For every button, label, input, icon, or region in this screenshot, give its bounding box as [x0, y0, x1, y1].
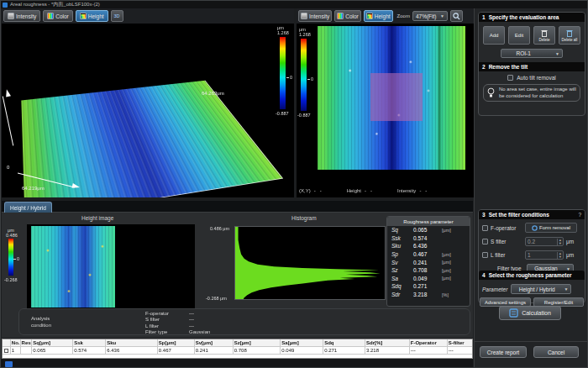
intensity-label: Intensity	[397, 188, 416, 193]
roughness-row: Sz0.708[μm]	[387, 266, 470, 275]
colorbar-small	[8, 239, 13, 276]
intensity-value: - -	[419, 188, 427, 193]
analysis-body: Height image Histogram μm 0.486 0 -0.268…	[2, 213, 473, 338]
roughness-row: Sku6.436	[387, 242, 470, 250]
spinner-arrows-icon[interactable]: ▴▾	[557, 239, 561, 245]
calculation-icon	[509, 308, 518, 318]
height-button[interactable]: Height	[76, 10, 108, 22]
s-filter-input[interactable]: 0.2 ▴▾	[525, 237, 564, 246]
l-filter-row: L filter 1 ▴▾ μm	[479, 246, 585, 260]
chevron-down-icon: ▼	[564, 287, 568, 292]
tab-height-hybrid[interactable]: Height / Hybrid	[4, 202, 52, 213]
color-icon	[337, 13, 344, 19]
height-image-canvas[interactable]	[27, 224, 195, 309]
axis-up-arrow-icon	[4, 88, 11, 97]
auto-tilt-checkbox[interactable]	[507, 75, 513, 81]
axis-left-line	[3, 97, 13, 146]
l-filter-input[interactable]: 1 ▴▾	[525, 250, 564, 260]
status-indicator	[5, 361, 13, 367]
analysis-condition-rows: F-operator--- S filter--- L filter--- Fi…	[145, 311, 210, 336]
colorbar-2d	[301, 39, 307, 111]
intensity-icon	[301, 13, 307, 19]
zoom-select[interactable]: 47%(Fit) ▼	[412, 11, 448, 21]
trash-icon	[541, 29, 548, 37]
height-button-2d[interactable]: Height	[364, 10, 393, 22]
s-filter-row: S filter 0.2 ▴▾ μm	[479, 233, 585, 246]
colorbar-small-min: -0.268	[4, 277, 18, 282]
parameter-row: Parameter Height / Hybrid ▼	[479, 280, 585, 294]
chevron-down-icon: ▼	[440, 13, 444, 18]
delete-all-button[interactable]: Delete all	[559, 26, 580, 45]
intensity-button[interactable]: Intensity	[3, 10, 40, 22]
roughness-parameter-panel: Roughness parameter Sq0.065[μm] Ssk0.574…	[386, 216, 470, 307]
axis-origin-label: 0	[7, 165, 9, 170]
intensity-button-2d[interactable]: Intensity	[298, 10, 332, 22]
histogram-min-label: -0.268 μm	[206, 296, 227, 301]
axis-depth-label: 64.263μm	[202, 91, 224, 96]
histogram-max-label: 0.486 μm	[210, 226, 229, 231]
parameter-select[interactable]: Height / Hybrid ▼	[511, 284, 571, 294]
histogram-canvas	[234, 226, 386, 300]
view-3d-panel: Intensity Color Height 3D 64.263μm 0 64	[2, 8, 294, 197]
s-filter-checkbox[interactable]	[482, 239, 488, 244]
table-row[interactable]: 1 0.065 0.574 6.436 0.467 0.241 0.708 0.…	[3, 347, 472, 355]
height-value: - -	[365, 188, 372, 193]
surface-3d-canvas[interactable]: 64.263μm 0 64.219μm μm 1.268 0 -0.887	[2, 24, 294, 197]
height-icon	[366, 13, 373, 19]
view-2d-toolbar: Intensity Color Height Zoom 47%(Fit) ▼	[297, 8, 474, 24]
color-button-2d[interactable]: Color	[334, 10, 361, 22]
add-button[interactable]: Add	[483, 26, 505, 45]
calculation-button[interactable]: Calculation	[499, 306, 561, 320]
results-header-row: No. Result Sq[μm] Ssk Sku Sp[μm] Sv[μm] …	[3, 339, 472, 347]
map-2d-canvas[interactable]: μm 1.268 0 -0.887	[297, 24, 474, 185]
intensity-icon	[8, 13, 14, 19]
magnifier-icon	[453, 13, 460, 20]
help-icon[interactable]: ?	[578, 212, 581, 218]
histogram-title: Histogram	[291, 215, 317, 221]
analysis-condition-block: Analysis condition F-operator--- S filte…	[18, 308, 470, 335]
analysis-tab-strip: Height / Hybrid	[2, 201, 473, 213]
colorbar-3d-mid: 0	[290, 75, 292, 80]
xy-value: - -	[314, 188, 322, 193]
height-map-2d	[318, 26, 465, 170]
form-removal-icon	[532, 225, 538, 231]
height-label: Height	[347, 188, 361, 193]
analysis-condition-label: Analysis condition	[31, 315, 66, 329]
f-operator-checkbox[interactable]	[482, 225, 488, 231]
mode-3d-icon: 3D	[114, 13, 120, 18]
evaluation-group: 1 Specify the evaluation area Add Edit D…	[478, 12, 585, 116]
spinner-arrows-icon[interactable]: ▴▾	[557, 252, 561, 259]
section1-header: 1 Specify the evaluation area	[479, 13, 585, 22]
create-report-button[interactable]: Create report	[480, 346, 527, 358]
colorbar-2d-max: 1.268	[299, 32, 311, 37]
roi-selection-rect[interactable]	[370, 73, 423, 121]
chevron-down-icon: ▼	[555, 51, 559, 56]
sidebar: 1 Specify the evaluation area Add Edit D…	[474, 8, 588, 368]
view-2d-panel: Intensity Color Height Zoom 47%(Fit) ▼	[297, 8, 474, 197]
magnifier-button[interactable]	[450, 10, 463, 22]
roughness-row: Sdq0.271	[387, 282, 470, 291]
mode-3d-button[interactable]: 3D	[111, 10, 123, 22]
trash-all-icon	[566, 29, 573, 37]
footer-divider	[475, 341, 588, 342]
delete-button[interactable]: Delete	[533, 26, 555, 45]
note-line1: No area set case, entire image will	[499, 87, 576, 93]
bottom-strip	[1, 359, 473, 368]
results-table: No. Result Sq[μm] Ssk Sku Sp[μm] Sv[μm] …	[2, 339, 473, 359]
f-operator-row: F-operator Form removal	[479, 219, 585, 233]
roughness-row: Sq0.065[μm]	[387, 226, 470, 234]
roughness-row: Sv0.241[μm]	[387, 258, 470, 266]
areal-roughness-window: Areal roughness - *内面_obLSF100x-(2) Inte…	[0, 0, 588, 368]
cancel-button[interactable]: Cancel	[533, 346, 579, 358]
colorbar-small-mid: 0	[17, 256, 19, 261]
l-filter-checkbox[interactable]	[482, 252, 488, 258]
form-removal-button[interactable]: Form removal	[525, 223, 577, 233]
color-button[interactable]: Color	[43, 10, 73, 22]
roughness-row: Ssk0.574	[387, 234, 470, 243]
edit-button[interactable]: Edit	[508, 26, 530, 45]
row-checkbox[interactable]	[4, 349, 8, 353]
section2-header: 2 Remove the tilt	[479, 62, 585, 71]
roi-select[interactable]: ROI-1 ▼	[501, 49, 563, 58]
window-title: Areal roughness - *内面_obLSF100x-(2)	[10, 1, 100, 8]
roughness-row: Sa0.049[μm]	[387, 275, 470, 283]
